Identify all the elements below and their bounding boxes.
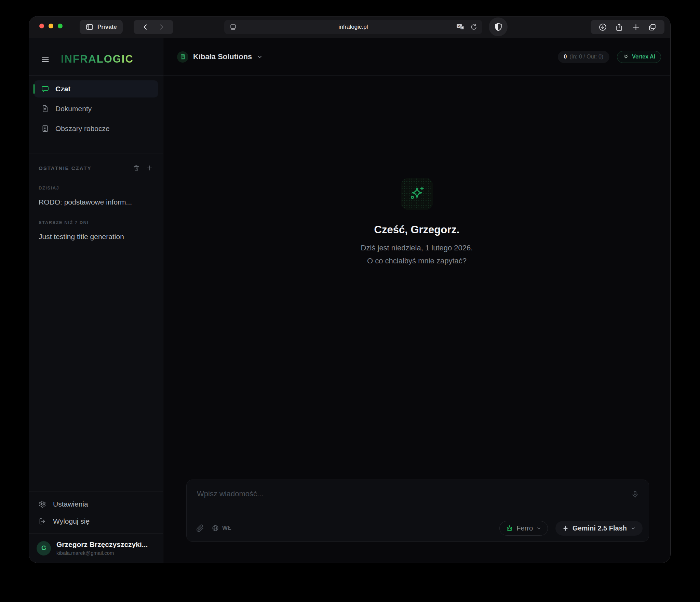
message-composer: WŁ Ferro (186, 480, 649, 542)
chevron-down-icon (631, 526, 636, 531)
sidebar-item-label: Czat (55, 85, 70, 93)
chevron-down-icon (536, 526, 541, 531)
chat-bubble-icon (41, 85, 49, 93)
zoom-window-button[interactable] (58, 24, 63, 28)
translate-icon[interactable]: A ★ (456, 23, 465, 31)
browser-toolbar: Private infralogic.pl A (29, 16, 670, 38)
sidebar-icon (85, 23, 94, 31)
toolbar-actions (591, 20, 664, 34)
close-window-button[interactable] (39, 24, 44, 28)
attach-button[interactable] (196, 524, 204, 532)
private-mode-badge[interactable]: Private (80, 20, 123, 34)
token-detail: (In: 0 / Out: 0) (569, 54, 603, 60)
sparkle-icon (407, 184, 427, 204)
web-toggle-label: WŁ (222, 525, 231, 532)
sidebar: INFRALOGIC Czat (29, 38, 163, 563)
token-count: 0 (564, 54, 567, 60)
mic-icon (631, 490, 639, 498)
workspace-selector[interactable]: Kibała Solutions (177, 51, 263, 63)
shield-icon (494, 23, 503, 31)
chevron-down-icon (257, 54, 263, 60)
chat-group-label: DZISIAJ (39, 185, 153, 191)
globe-icon (212, 524, 219, 532)
new-tab-icon[interactable] (632, 23, 640, 31)
model-selector[interactable]: Gemini 2.5 Flash (555, 521, 643, 536)
mic-button[interactable] (631, 490, 639, 498)
paperclip-icon (196, 524, 204, 532)
chat-group-label: STARSZE NIŻ 7 DNI (39, 220, 153, 225)
robot-icon (506, 525, 513, 532)
address-bar[interactable]: infralogic.pl A ★ (224, 20, 482, 34)
minimize-window-button[interactable] (49, 24, 53, 28)
provider-badge: Vertex AI (617, 51, 661, 63)
browser-window: Private infralogic.pl A (29, 16, 671, 563)
chat-empty-state: Cześć, Grzegorz. Dziś jest niedziela, 1 … (163, 76, 670, 480)
menu-icon[interactable] (41, 55, 50, 64)
document-icon (41, 105, 49, 113)
sidebar-nav: Czat Dokumenty (29, 76, 163, 154)
provider-label: Vertex AI (632, 54, 655, 60)
vertex-chevrons-icon (623, 54, 629, 60)
sidebar-item-label: Dokumenty (55, 105, 92, 113)
logout-label: Wyloguj się (53, 517, 90, 525)
download-icon[interactable] (598, 23, 607, 31)
sidebar-item-dokumenty[interactable]: Dokumenty (34, 100, 158, 117)
sidebar-item-label: Obszary robocze (55, 125, 110, 133)
token-counter: 0 (In: 0 / Out: 0) (558, 51, 610, 63)
history-nav (134, 20, 173, 34)
clear-chats-button[interactable] (133, 165, 140, 171)
user-profile[interactable]: G Grzegorz Brzęczyszczyki... kibala.mare… (29, 533, 163, 563)
model-label: Gemini 2.5 Flash (573, 524, 627, 532)
workspace-header: Kibała Solutions 0 (In: 0 / Out: 0) (163, 38, 670, 76)
user-email: kibala.marek@gmail.com (56, 550, 148, 556)
plus-icon (146, 164, 153, 172)
forward-icon[interactable] (158, 23, 165, 31)
avatar: G (37, 541, 51, 555)
assistant-logo-tile (401, 178, 433, 210)
gear-icon (39, 500, 46, 508)
settings-label: Ustawienia (53, 500, 88, 508)
sidebar-item-obszary-robocze[interactable]: Obszary robocze (34, 120, 158, 137)
user-name: Grzegorz Brzęczyszczyki... (56, 540, 148, 549)
reload-icon[interactable] (470, 23, 477, 31)
chat-history-item[interactable]: Just testing title generation (39, 233, 153, 241)
greeting-date: Dziś jest niedziela, 1 lutego 2026. (361, 244, 473, 252)
share-icon[interactable] (615, 23, 623, 31)
trash-icon (133, 165, 140, 171)
workspace-building-icon (177, 51, 188, 63)
back-icon[interactable] (142, 23, 149, 31)
logout-button[interactable]: Wyloguj się (39, 513, 153, 530)
url-text: infralogic.pl (224, 24, 482, 30)
privacy-shield-button[interactable] (489, 17, 508, 36)
settings-button[interactable]: Ustawienia (39, 496, 153, 513)
message-input[interactable] (197, 487, 631, 510)
greeting-prompt: O co chciałbyś mnie zapytać? (367, 257, 467, 265)
gemini-star-icon (562, 525, 569, 532)
recent-chats-title: OSTATNIE CZATY (39, 165, 127, 171)
web-search-toggle[interactable]: WŁ (212, 524, 231, 532)
svg-text:★: ★ (461, 26, 463, 29)
new-chat-button[interactable] (146, 164, 153, 172)
traffic-lights (39, 24, 63, 28)
workspace-name: Kibała Solutions (193, 52, 252, 61)
app-shell: INFRALOGIC Czat (29, 38, 670, 563)
chat-history-item[interactable]: RODO: podstawowe inform... (39, 198, 153, 206)
logout-icon (39, 518, 46, 525)
building-icon (41, 125, 49, 133)
private-label: Private (97, 24, 117, 30)
main-panel: Kibała Solutions 0 (In: 0 / Out: 0) (163, 38, 670, 563)
greeting-title: Cześć, Grzegorz. (374, 224, 460, 236)
sidebar-item-czat[interactable]: Czat (34, 80, 158, 97)
app-logo: INFRALOGIC (61, 53, 134, 65)
agent-label: Ferro (516, 524, 533, 532)
recent-chats-section: OSTATNIE CZATY DZISIAJ (29, 154, 163, 491)
agent-selector[interactable]: Ferro (499, 521, 548, 536)
tabs-icon[interactable] (648, 23, 657, 31)
svg-text:A: A (458, 24, 460, 28)
